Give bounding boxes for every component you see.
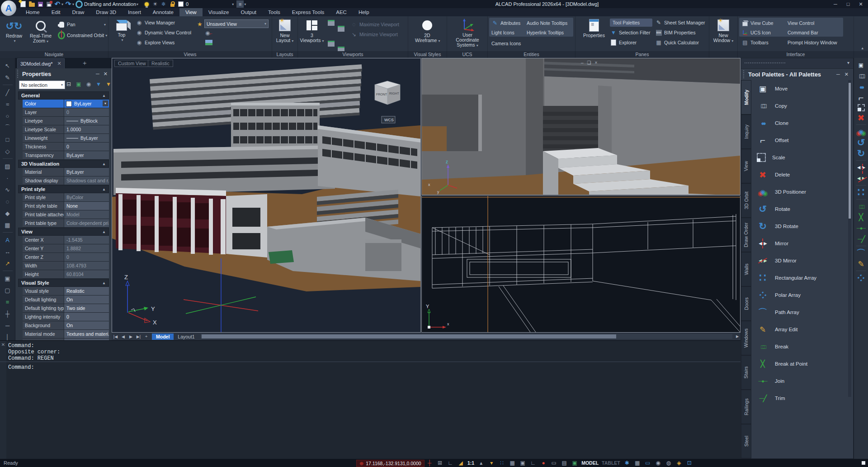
lightbulb-icon[interactable]: [143, 0, 150, 8]
rectangular-array-tool-icon[interactable]: [857, 188, 866, 197]
ribbon-tab[interactable]: View: [179, 8, 203, 16]
app-logo[interactable]: A: [1, 0, 16, 16]
tablet-toggle[interactable]: TABLET: [602, 460, 620, 466]
property-row[interactable]: Material ByLayer: [23, 168, 109, 176]
array-edit-tool-icon[interactable]: [857, 259, 866, 268]
ribbon-tab[interactable]: Edit: [46, 8, 66, 16]
palette-tab[interactable]: Doors: [741, 286, 751, 321]
viewport-stairs[interactable]: z x y – ❏ ×: [421, 58, 741, 195]
toolbars-toggle[interactable]: ▤Toolbars: [741, 38, 769, 47]
isolate-objects-icon[interactable]: ◉: [655, 460, 662, 466]
quick-calculator-button[interactable]: ▦Quick Calculator: [655, 38, 699, 47]
background-image-icon[interactable]: [205, 40, 212, 45]
3d-mirror-tool-icon[interactable]: [857, 174, 866, 183]
record-icon[interactable]: ●: [540, 460, 547, 466]
palette-item[interactable]: 3D Rotate: [751, 218, 847, 235]
snap-marker-icon[interactable]: ┼: [426, 460, 433, 466]
trim-tool-icon[interactable]: [857, 234, 866, 243]
quick-filter-icon[interactable]: ▼: [105, 81, 112, 88]
new-view-star-icon[interactable]: ★: [197, 21, 203, 28]
ray-tool-icon[interactable]: ─: [2, 320, 13, 331]
sun-icon[interactable]: ☀: [151, 0, 159, 8]
new-window-button[interactable]: New Window▾: [711, 19, 736, 43]
ribbon-tab[interactable]: Annotate: [147, 8, 179, 16]
panel-label-layouts[interactable]: Layouts: [272, 51, 298, 58]
join-tool-icon[interactable]: [857, 224, 866, 233]
select-objects-icon[interactable]: ▣: [75, 81, 82, 88]
panel-label-views[interactable]: Views: [108, 51, 272, 58]
palette-grip[interactable]: [743, 70, 746, 78]
palette-tab[interactable]: Inquiry: [741, 114, 751, 149]
camera-icons-button[interactable]: Camera Icons: [491, 39, 521, 48]
save-as-icon[interactable]: [45, 0, 52, 8]
property-row[interactable]: Center X -1.5435: [23, 236, 109, 244]
property-row[interactable]: Lineweight ByLayer: [23, 134, 109, 143]
dimension-tool-icon[interactable]: ↔: [2, 246, 13, 257]
section-header-visual-style[interactable]: Visual Style▲: [18, 279, 109, 287]
ribbon-tab[interactable]: Draw 3D: [90, 8, 122, 16]
property-row[interactable]: Default lighting type Two side: [23, 304, 109, 313]
spline-tool-icon[interactable]: ∿: [2, 184, 13, 195]
palette-item[interactable]: Offset: [751, 132, 847, 149]
property-row[interactable]: Background On: [23, 321, 109, 330]
ribbon-tab[interactable]: Visualize: [203, 8, 235, 16]
lock-icon[interactable]: [169, 0, 176, 8]
bim-properties-button[interactable]: BIMBIM Properties: [655, 28, 695, 37]
palette-tab[interactable]: Windows: [741, 321, 751, 355]
hatch-tool-icon[interactable]: ▨: [2, 161, 13, 172]
file-tab[interactable]: 3DModel.dwg* ✕: [17, 58, 65, 68]
dynamic-input-icon[interactable]: ▣: [571, 460, 578, 466]
command-prompt[interactable]: Command:: [0, 364, 741, 371]
offset-tool-icon[interactable]: [857, 93, 866, 102]
prev-tab-icon[interactable]: ◀: [119, 334, 127, 339]
palette-tab[interactable]: View: [741, 149, 751, 183]
ribbon-tab[interactable]: Tools: [262, 8, 286, 16]
last-tab-icon[interactable]: ▶|: [135, 334, 142, 339]
boundary-tool-icon[interactable]: ▢: [2, 285, 13, 295]
add-layout-icon[interactable]: ＋: [142, 334, 150, 339]
maximize-window-button[interactable]: □: [842, 0, 854, 8]
workspace-dropdown-icon[interactable]: ▾: [137, 2, 138, 6]
snowflake-icon[interactable]: ❄: [160, 0, 167, 8]
property-row[interactable]: Width 108.4793: [23, 262, 109, 270]
ucs-icon-toggle[interactable]: UCS Icon: [741, 28, 771, 37]
view-axes-icon[interactable]: ◉⌐: [205, 30, 212, 36]
mirror-tool-icon[interactable]: [857, 163, 866, 172]
autoscale-icon[interactable]: ▾: [488, 460, 495, 466]
hyperlink-tooltips-button[interactable]: Hyperlink Tooltips: [527, 28, 564, 37]
palette-drag-grip[interactable]: [745, 62, 785, 63]
minimize-window-button[interactable]: ─: [829, 0, 842, 8]
scrollbar-thumb[interactable]: [202, 334, 616, 338]
close-palette-icon[interactable]: ✕: [104, 71, 108, 77]
pan-button[interactable]: Pan▾: [58, 20, 106, 29]
ribbon-tab[interactable]: AEC: [330, 8, 353, 16]
palette-item[interactable]: Rectangular Array: [751, 269, 847, 286]
tab-layout1[interactable]: Layout1: [174, 334, 198, 340]
property-row[interactable]: Visual style Realistic: [23, 287, 109, 295]
move-tool-icon[interactable]: [857, 61, 866, 70]
ortho-icon[interactable]: ∟: [447, 460, 454, 466]
ribbon-tab[interactable]: Output: [235, 8, 262, 16]
copy-tool-icon[interactable]: [857, 71, 866, 81]
layer-states-icon[interactable]: ≡: [236, 0, 244, 8]
lock-ui-icon[interactable]: ◈: [675, 460, 683, 466]
ribbon-tab[interactable]: Express Tools: [286, 8, 330, 16]
toggle-pickadd-icon[interactable]: ⊟: [65, 81, 72, 88]
palette-item[interactable]: Trim: [751, 390, 847, 407]
child-minimize-icon[interactable]: –: [581, 60, 584, 65]
explorer-button[interactable]: Explorer: [610, 38, 637, 47]
quick-access-more-icon[interactable]: ▾: [244, 2, 246, 6]
palette-tab[interactable]: Walls: [741, 252, 751, 286]
property-row[interactable]: Shadow display Shadows cast and r...: [23, 176, 109, 185]
property-row[interactable]: Print style table None: [23, 202, 109, 210]
selection-filter-icon[interactable]: ▼: [95, 81, 102, 88]
constrained-orbit-button[interactable]: Constrained Orbit▾: [58, 31, 106, 40]
polyline-tool-icon[interactable]: ≈: [2, 99, 13, 110]
leader-tool-icon[interactable]: ↗: [2, 258, 13, 269]
maximize-viewport-button[interactable]: ◌Maximize Viewport: [350, 20, 399, 29]
clone-tool-icon[interactable]: [857, 82, 866, 91]
palette-tab[interactable]: Railings: [741, 390, 751, 424]
entity-snap-icon[interactable]: ▣: [519, 460, 526, 466]
viewport-wireframe[interactable]: Y x: [421, 195, 741, 333]
panel-label-entities[interactable]: Entities: [488, 51, 576, 58]
